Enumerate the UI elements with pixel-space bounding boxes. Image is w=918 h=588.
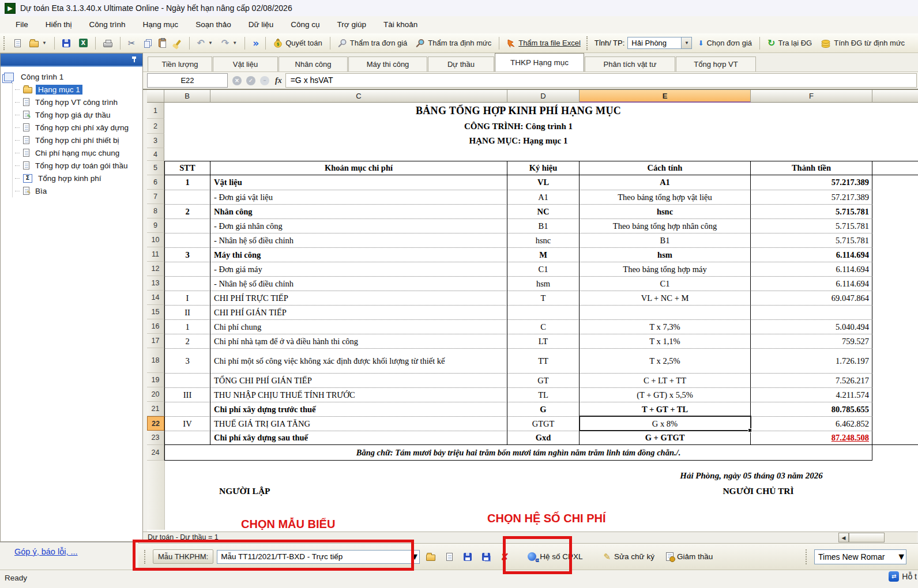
tab-thkp-hạng-mục[interactable]: THKP Hạng mục xyxy=(495,53,584,71)
tra-lai-dg-button[interactable]: ↻ Tra lại ĐG xyxy=(765,36,815,50)
cell-empty[interactable] xyxy=(872,218,918,233)
cell-B13[interactable] xyxy=(164,276,210,291)
print-button[interactable] xyxy=(100,37,115,49)
tree-item-3[interactable]: Tổng hợp chi phí xây dựng xyxy=(15,121,142,134)
save-template-button[interactable] xyxy=(460,549,475,564)
row-header-4[interactable]: 4 xyxy=(147,148,164,161)
tree-root[interactable]: Công trình 1 xyxy=(4,70,142,83)
cell-F6[interactable]: 57.217.389 xyxy=(751,175,872,190)
tham-tra-dinh-muc-button[interactable]: Thẩm tra định mức xyxy=(413,37,494,50)
cell-F19[interactable]: 7.526.217 xyxy=(751,373,872,387)
cell-empty[interactable] xyxy=(872,373,918,387)
cell-E10[interactable]: B1 xyxy=(580,233,751,247)
tab-phân-tích-vật-tư[interactable]: Phân tích vật tư xyxy=(585,56,675,71)
cell-D10[interactable]: hsnc xyxy=(507,233,580,247)
cell-B23[interactable] xyxy=(164,431,210,445)
menu-item-7[interactable]: Trợ giúp xyxy=(329,16,375,33)
table-subtitle-3[interactable]: HẠNG MỤC: Hạng mục 1 xyxy=(164,134,872,148)
cell-empty[interactable] xyxy=(872,175,918,190)
cell-B21[interactable] xyxy=(164,402,210,416)
new-button[interactable] xyxy=(12,37,24,49)
cell-E13[interactable]: C1 xyxy=(580,276,751,291)
cell-E7[interactable]: Theo bảng tổng hợp vật liệu xyxy=(580,190,751,204)
cell-E22[interactable]: G x 8% xyxy=(580,416,751,431)
tab-nhân-công[interactable]: Nhân công xyxy=(279,56,348,71)
row-header-17[interactable]: 17 xyxy=(147,334,164,348)
cell-F9[interactable]: 5.715.781 xyxy=(751,218,872,233)
tab-dự-thầu[interactable]: Dự thầu xyxy=(428,56,494,71)
cell-E11[interactable]: hsm xyxy=(580,247,751,262)
cell-empty[interactable] xyxy=(872,445,918,461)
chon-don-gia-button[interactable]: ⬇︎ Chọn đơn giá xyxy=(695,37,755,49)
tree-item-5[interactable]: Chi phí hạng mục chung xyxy=(15,146,142,159)
row-header-18[interactable]: 18 xyxy=(147,348,164,373)
cell-E20[interactable]: (T + GT) x 5,5% xyxy=(580,387,751,402)
cell-F7[interactable]: 57.217.389 xyxy=(751,190,872,204)
table-header-0[interactable]: STT xyxy=(164,161,210,175)
cell-F8[interactable]: 5.715.781 xyxy=(751,204,872,218)
menu-item-5[interactable]: Dữ liệu xyxy=(240,16,283,33)
cell-D19[interactable]: GT xyxy=(507,373,580,387)
cell-B10[interactable] xyxy=(164,233,210,247)
cell-D13[interactable]: hsm xyxy=(507,276,580,291)
cell-D15[interactable] xyxy=(507,305,580,319)
tree-item-2[interactable]: ✎Tổng hợp giá dự thầu xyxy=(15,108,142,121)
cell-B19[interactable] xyxy=(164,373,210,387)
cell-B14[interactable]: I xyxy=(164,291,210,305)
cell-C23[interactable]: Chi phí xây dựng sau thuế xyxy=(210,431,507,445)
cell-B6[interactable]: 1 xyxy=(164,175,210,190)
tab-tổng-hợp-vt[interactable]: Tổng hợp VT xyxy=(676,56,756,71)
fx-icon[interactable]: fx xyxy=(275,76,282,85)
cell-D16[interactable]: C xyxy=(507,319,580,334)
table-header-1[interactable]: Khoản mục chi phí xyxy=(210,161,507,175)
row-header-5[interactable]: 5 xyxy=(147,161,164,175)
column-header-C[interactable]: C xyxy=(210,90,507,103)
cell-C6[interactable]: Vật liệu xyxy=(210,175,507,190)
row-header-13[interactable]: 13 xyxy=(147,276,164,291)
feedback-link[interactable]: Góp ý, báo lỗi, ... xyxy=(14,547,78,556)
cell-C12[interactable]: - Đơn giá máy xyxy=(210,262,507,276)
cell-empty[interactable] xyxy=(872,247,918,262)
cell-F16[interactable]: 5.040.494 xyxy=(751,319,872,334)
cell-D8[interactable]: NC xyxy=(507,204,580,218)
cell-empty[interactable] xyxy=(872,348,918,373)
menu-item-8[interactable]: Tài khoản xyxy=(375,16,426,33)
cell-empty[interactable] xyxy=(872,334,918,348)
cell-C16[interactable]: Chi phí chung xyxy=(210,319,507,334)
table-title[interactable]: BẢNG TỔNG HỢP KINH PHÍ HẠNG MỤC xyxy=(164,103,872,119)
tree-item-8[interactable]: ✎Bìa xyxy=(15,184,142,197)
cell-empty[interactable] xyxy=(872,291,918,305)
save-as-template-button[interactable] xyxy=(479,549,494,564)
cell-D12[interactable]: C1 xyxy=(507,262,580,276)
redo-dropdown-arrow[interactable]: ▼ xyxy=(232,40,237,46)
cell-B7[interactable] xyxy=(164,190,210,204)
cell-empty[interactable] xyxy=(872,103,918,119)
font-dropdown-arrow[interactable]: ▼ xyxy=(897,550,906,564)
open-dropdown-arrow[interactable]: ▼ xyxy=(42,40,47,46)
paste-button[interactable] xyxy=(156,37,169,49)
table-subtitle-4[interactable] xyxy=(164,148,872,161)
tree-item-4[interactable]: Tổng hợp chi phí thiết bị xyxy=(15,134,142,146)
cell-F14[interactable]: 69.047.864 xyxy=(751,291,872,305)
row-header-15[interactable]: 15 xyxy=(147,305,164,319)
cell-F20[interactable]: 4.211.574 xyxy=(751,387,872,402)
cell-D11[interactable]: M xyxy=(507,247,580,262)
cell-D17[interactable]: LT xyxy=(507,334,580,348)
cell-empty[interactable] xyxy=(872,134,918,148)
cell-F21[interactable]: 80.785.655 xyxy=(751,402,872,416)
menu-item-4[interactable]: Soạn thảo xyxy=(187,16,240,33)
cell-empty[interactable] xyxy=(872,262,918,276)
row-header-11[interactable]: 11 xyxy=(147,247,164,262)
cell-C10[interactable]: - Nhân hệ số điều chỉnh xyxy=(210,233,507,247)
cell-empty[interactable] xyxy=(872,276,918,291)
row-header-12[interactable]: 12 xyxy=(147,262,164,276)
redo-button[interactable]: ↷▼ xyxy=(219,36,240,50)
giam-thau-button[interactable]: Giảm thầu xyxy=(662,550,717,563)
tinh-tp-select[interactable]: Hải Phòng ▼ xyxy=(627,37,692,49)
cell-E12[interactable]: Theo bảng tổng hợp máy xyxy=(580,262,751,276)
cell-E14[interactable]: VL + NC + M xyxy=(580,291,751,305)
table-header-2[interactable]: Ký hiệu xyxy=(507,161,580,175)
row-header-10[interactable]: 10 xyxy=(147,233,164,247)
table-header-4[interactable]: Thành tiền xyxy=(751,161,872,175)
cell-D14[interactable]: T xyxy=(507,291,580,305)
